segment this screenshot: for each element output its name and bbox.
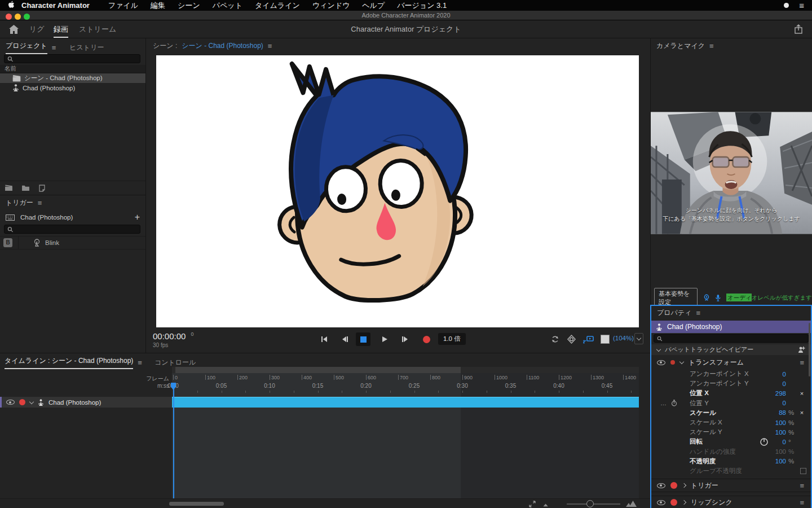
close-window-button[interactable] (6, 14, 12, 20)
record-button[interactable] (419, 332, 434, 346)
keyframe-prev-next-icon[interactable]: … (660, 400, 667, 406)
chevron-down-icon[interactable] (29, 399, 34, 404)
play-button[interactable] (377, 332, 392, 346)
live-stream-button[interactable] (581, 332, 595, 346)
transform-group-header[interactable]: トランスフォーム ≡ (651, 357, 811, 368)
tab-record[interactable]: 録画 (54, 20, 68, 38)
refresh-scene-button[interactable] (548, 332, 562, 346)
property-value[interactable]: 100 (775, 429, 786, 436)
menu-item[interactable]: 編集 (144, 1, 171, 11)
menu-item[interactable]: ファイル (102, 1, 144, 11)
selected-puppet-row[interactable]: Chad (Photoshop) (651, 321, 811, 333)
properties-panel-menu-icon[interactable]: ≡ (696, 309, 700, 317)
property-value[interactable]: 0 (783, 400, 786, 406)
project-panel-menu-icon[interactable]: ≡ (52, 44, 56, 51)
menu-item[interactable]: タイムライン (249, 1, 306, 11)
new-item-icon[interactable] (38, 185, 46, 192)
scene-panel-menu-icon[interactable]: ≡ (268, 42, 272, 50)
trigger-puppet-name[interactable]: Chad (Photoshop) (20, 214, 73, 221)
stop-button[interactable] (356, 332, 370, 346)
timeline-h-scrollbar[interactable] (169, 502, 224, 506)
timeline-scroll-thumb[interactable] (175, 367, 461, 373)
triggers-panel-menu-icon[interactable]: ≡ (38, 199, 42, 207)
zoom-window-button[interactable] (24, 14, 30, 20)
transform-menu-icon[interactable]: ≡ (800, 359, 804, 366)
camera-panel-menu-icon[interactable]: ≡ (709, 42, 714, 50)
new-scene-icon[interactable] (5, 185, 13, 191)
tab-stream[interactable]: ストリーム (79, 20, 116, 38)
scene-canvas[interactable] (156, 55, 639, 327)
menubar-switcher-icon[interactable]: ≡ (799, 1, 804, 10)
property-value[interactable]: 100 (775, 448, 786, 455)
property-value[interactable]: 0 (783, 439, 786, 445)
properties-scrollbar[interactable] (809, 323, 810, 376)
section-menu-icon[interactable]: ≡ (800, 499, 804, 506)
trigger-row-blink[interactable]: B Blink (0, 236, 145, 249)
timeline-scroll-strip[interactable] (172, 367, 639, 373)
timeline-ruler-frames[interactable]: 0100200300400500600700800900100011001200… (0, 375, 650, 382)
behavior-section-header[interactable]: パペットトラックビヘイビアー (651, 344, 811, 355)
menubar-status-dot[interactable] (784, 3, 789, 8)
property-value[interactable]: 100 (775, 458, 786, 465)
clear-value-button[interactable]: × (797, 390, 806, 397)
project-search-input[interactable] (14, 55, 138, 62)
rotation-dial[interactable] (760, 438, 768, 446)
timeline-panel-menu-icon[interactable]: ≡ (138, 359, 142, 366)
property-value[interactable]: 100 (775, 419, 786, 426)
trigger-search-input[interactable] (14, 226, 138, 233)
timeline-ruler-times[interactable]: 0:000:050:100:150:200:250:300:350:400:45 (0, 383, 650, 389)
section-menu-icon[interactable]: ≡ (800, 482, 804, 489)
microphone-input-icon[interactable] (716, 294, 721, 302)
add-trigger-button[interactable]: + (135, 212, 140, 222)
fit-timeline-icon[interactable] (529, 501, 536, 507)
timeline-zoom-slider-knob[interactable] (586, 500, 594, 507)
go-to-start-button[interactable] (317, 332, 332, 346)
minimize-window-button[interactable] (15, 14, 21, 20)
visibility-eye-icon[interactable] (657, 500, 665, 505)
track-visibility-icon[interactable] (6, 400, 15, 405)
scene-header-name[interactable]: シーン - Chad (Photoshop) (182, 41, 263, 51)
puppet-pin-button[interactable] (564, 332, 579, 346)
zoom-in-mountain-icon[interactable] (626, 501, 637, 507)
menu-item[interactable]: バージョン 3.1 (391, 1, 453, 11)
section-lipsync[interactable]: リップシンク ≡ (651, 496, 811, 508)
clear-value-button[interactable]: × (797, 409, 806, 416)
arm-record-icon[interactable] (670, 499, 677, 506)
share-button[interactable] (794, 24, 803, 37)
menu-item[interactable]: ヘルプ (356, 1, 391, 11)
menu-item[interactable]: ウィンドウ (306, 1, 356, 11)
menu-item[interactable]: シーン (171, 1, 206, 11)
track-header-chad[interactable]: Chad (Photoshop) (0, 397, 172, 408)
previous-frame-button[interactable] (337, 332, 352, 346)
track-arm-record-icon[interactable] (19, 399, 25, 405)
timecode[interactable]: 00:00:00 (153, 331, 186, 341)
home-button[interactable] (9, 25, 19, 36)
arm-record-icon[interactable] (670, 360, 675, 365)
project-row-puppet[interactable]: Chad (Photoshop) (0, 83, 145, 93)
project-search[interactable] (4, 54, 140, 63)
chevron-down-icon[interactable] (679, 360, 684, 364)
playhead-line[interactable] (173, 388, 174, 498)
name-column-header[interactable]: 名前 (0, 65, 145, 73)
trigger-key-badge[interactable]: B (3, 238, 12, 247)
tab-controls[interactable]: コントロール (155, 358, 196, 367)
chevron-right-icon[interactable] (682, 500, 686, 505)
tab-rig[interactable]: リグ (29, 20, 45, 38)
tab-project[interactable]: プロジェクト (6, 41, 47, 54)
visibility-eye-icon[interactable] (657, 360, 665, 365)
property-value[interactable]: 0 (783, 380, 786, 387)
tab-history[interactable]: ヒストリー (69, 43, 104, 52)
playback-speed-button[interactable]: 1.0 倍 (438, 333, 466, 345)
group-opacity-checkbox[interactable] (800, 468, 806, 474)
add-behavior-icon[interactable] (798, 347, 805, 353)
tab-timeline[interactable]: タイムライン : シーン - Chad (Photoshop) (5, 356, 133, 369)
menu-app-name[interactable]: Character Animator (21, 1, 95, 10)
properties-search[interactable] (654, 334, 809, 343)
toggle-background-button[interactable] (598, 332, 612, 346)
zoom-level-button[interactable]: (104%) (613, 335, 634, 341)
apple-menu[interactable] (0, 1, 21, 10)
chevron-right-icon[interactable] (682, 483, 686, 488)
zoom-out-mountain-icon[interactable] (542, 503, 549, 507)
arm-record-icon[interactable] (670, 482, 677, 489)
keyframe-nav-icons[interactable]: … (660, 400, 677, 406)
